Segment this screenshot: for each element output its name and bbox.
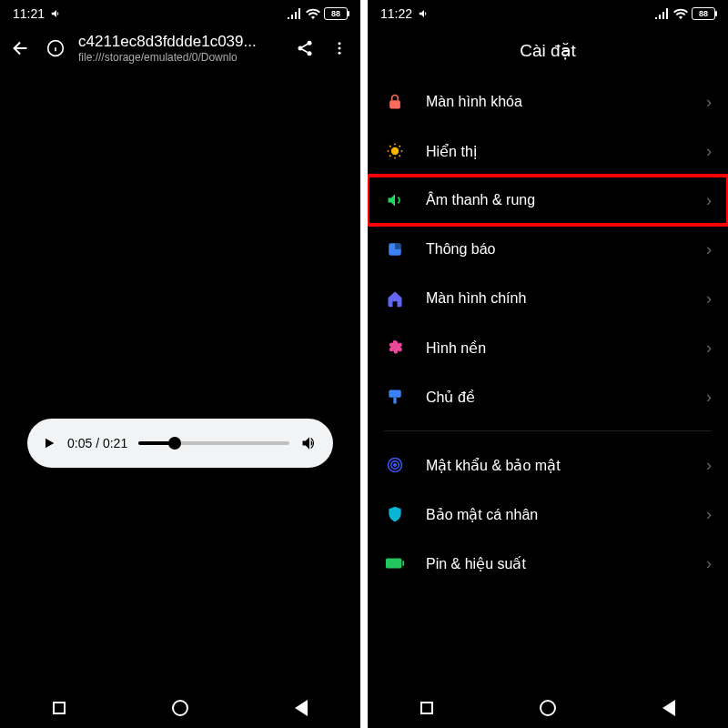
settings-row-lock[interactable]: Màn hình khóa› bbox=[368, 77, 728, 126]
svg-point-15 bbox=[394, 464, 397, 467]
settings-row-flower[interactable]: Hình nền› bbox=[368, 323, 728, 372]
settings-row-brush[interactable]: Chủ đề› bbox=[368, 372, 728, 421]
square-icon bbox=[384, 238, 406, 260]
svg-point-6 bbox=[339, 52, 341, 55]
play-icon[interactable] bbox=[42, 436, 56, 450]
chevron-right-icon: › bbox=[706, 456, 712, 475]
settings-row-label: Thông báo bbox=[426, 241, 686, 258]
svg-point-3 bbox=[308, 51, 312, 56]
settings-row-label: Chủ đề bbox=[426, 389, 686, 406]
more-button[interactable] bbox=[328, 36, 351, 60]
settings-list-1: Màn hình khóa›Hiển thị›Âm thanh & rung›T… bbox=[368, 77, 728, 421]
page-url: file:///storage/emulated/0/Downlo bbox=[78, 51, 282, 64]
volume-icon bbox=[50, 7, 63, 20]
home-icon bbox=[384, 288, 406, 309]
settings-row-label: Âm thanh & rung bbox=[426, 192, 686, 208]
settings-title: Cài đặt bbox=[368, 27, 728, 77]
svg-rect-11 bbox=[389, 390, 400, 398]
nav-home[interactable] bbox=[540, 700, 556, 716]
chevron-right-icon: › bbox=[706, 339, 712, 358]
svg-rect-17 bbox=[402, 561, 404, 566]
nav-recent[interactable] bbox=[53, 702, 66, 714]
settings-row-label: Bảo mật cá nhân bbox=[426, 506, 686, 523]
svg-point-8 bbox=[391, 147, 399, 155]
svg-point-4 bbox=[339, 42, 341, 45]
svg-rect-12 bbox=[393, 398, 396, 404]
phone-right: 11:22 88 Cài đặt Màn hình khóa›Hiển thị›… bbox=[368, 0, 728, 728]
wifi-icon bbox=[306, 8, 320, 19]
volume-icon bbox=[418, 7, 430, 20]
share-button[interactable] bbox=[293, 36, 317, 60]
flower-icon bbox=[384, 337, 406, 359]
chevron-right-icon: › bbox=[706, 93, 712, 112]
seek-slider[interactable] bbox=[138, 441, 289, 445]
status-bar: 11:21 88 bbox=[0, 0, 360, 27]
settings-row-label: Mật khẩu & bảo mật bbox=[426, 457, 686, 474]
settings-row-speaker[interactable]: Âm thanh & rung› bbox=[368, 176, 728, 225]
separator bbox=[384, 430, 712, 431]
chevron-right-icon: › bbox=[706, 505, 712, 524]
battery-indicator: 88 bbox=[692, 7, 715, 20]
speaker-icon bbox=[384, 189, 406, 211]
signal-icon bbox=[655, 8, 670, 19]
volume-icon[interactable] bbox=[300, 434, 318, 452]
svg-point-1 bbox=[308, 41, 312, 46]
settings-row-label: Màn hình khóa bbox=[426, 94, 686, 110]
chevron-right-icon: › bbox=[706, 388, 712, 407]
chevron-right-icon: › bbox=[706, 240, 712, 259]
signal-icon bbox=[288, 8, 302, 19]
settings-row-label: Màn hình chính bbox=[426, 290, 686, 307]
status-time: 11:21 bbox=[13, 6, 45, 21]
battery-icon bbox=[384, 552, 406, 574]
settings-row-fingerprint[interactable]: Mật khẩu & bảo mật› bbox=[368, 440, 728, 490]
settings-list-2: Mật khẩu & bảo mật›Bảo mật cá nhân›Pin &… bbox=[368, 440, 728, 588]
chevron-right-icon: › bbox=[706, 191, 712, 210]
nav-bar bbox=[368, 688, 728, 728]
nav-home[interactable] bbox=[172, 700, 188, 716]
svg-rect-16 bbox=[386, 559, 401, 569]
nav-recent[interactable] bbox=[420, 702, 433, 714]
back-button[interactable] bbox=[9, 36, 33, 60]
player-time: 0:05 / 0:21 bbox=[67, 436, 127, 450]
phone-left: 11:21 88 c4211ec8d3fddde1c039... file://… bbox=[0, 0, 360, 728]
nav-bar bbox=[0, 688, 360, 728]
settings-row-square[interactable]: Thông báo› bbox=[368, 225, 728, 274]
shield-icon bbox=[384, 503, 406, 525]
url-bar[interactable]: c4211ec8d3fddde1c039... file:///storage/… bbox=[78, 33, 282, 64]
page-title: c4211ec8d3fddde1c039... bbox=[78, 33, 282, 51]
status-time: 11:22 bbox=[380, 6, 412, 21]
settings-row-sun[interactable]: Hiển thị› bbox=[368, 126, 728, 176]
settings-row-home[interactable]: Màn hình chính› bbox=[368, 274, 728, 323]
info-icon[interactable] bbox=[44, 36, 67, 60]
wifi-icon bbox=[673, 8, 688, 19]
fingerprint-icon bbox=[384, 454, 406, 476]
settings-row-shield[interactable]: Bảo mật cá nhân› bbox=[368, 490, 728, 539]
browser-header: c4211ec8d3fddde1c039... file:///storage/… bbox=[0, 27, 360, 69]
nav-back[interactable] bbox=[295, 700, 308, 716]
settings-row-label: Pin & hiệu suất bbox=[426, 555, 686, 572]
svg-point-2 bbox=[298, 46, 303, 51]
sun-icon bbox=[384, 140, 406, 162]
lock-icon bbox=[384, 91, 406, 113]
chevron-right-icon: › bbox=[706, 554, 712, 573]
svg-point-5 bbox=[339, 47, 341, 50]
settings-row-label: Hình nền bbox=[426, 339, 686, 357]
brush-icon bbox=[384, 386, 406, 408]
nav-back[interactable] bbox=[662, 700, 675, 716]
status-bar: 11:22 88 bbox=[368, 0, 728, 27]
battery-indicator: 88 bbox=[324, 7, 348, 20]
chevron-right-icon: › bbox=[706, 142, 712, 161]
audio-player[interactable]: 0:05 / 0:21 bbox=[27, 419, 333, 468]
svg-rect-10 bbox=[395, 243, 401, 249]
settings-row-battery[interactable]: Pin & hiệu suất› bbox=[368, 539, 728, 588]
chevron-right-icon: › bbox=[706, 289, 712, 308]
svg-rect-7 bbox=[389, 100, 400, 108]
settings-row-label: Hiển thị bbox=[426, 143, 686, 160]
